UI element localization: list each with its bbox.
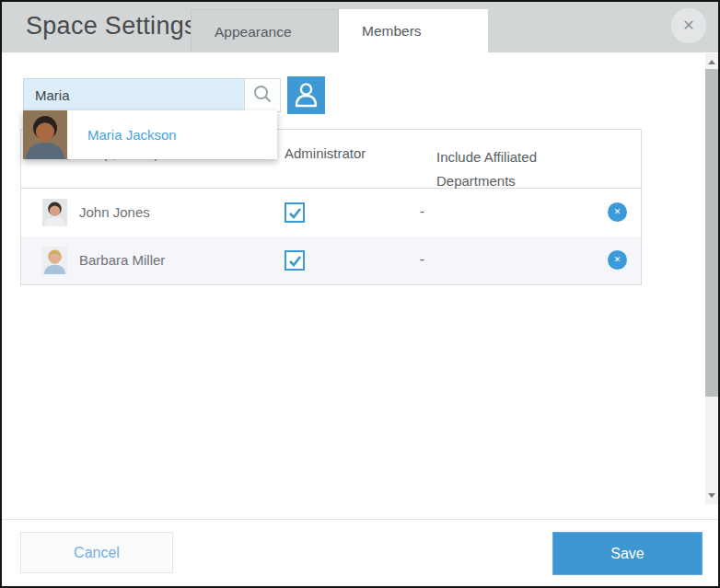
suggestion-name: Maria Jackson (87, 127, 177, 143)
member-name: Barbara Miller (79, 252, 165, 268)
save-button[interactable]: Save (552, 532, 703, 575)
column-administrator: Administrator (285, 145, 366, 161)
search-suggestion-item[interactable]: Maria Jackson (23, 110, 277, 159)
scroll-down-icon[interactable] (708, 493, 715, 498)
search-button[interactable] (244, 78, 281, 112)
member-search-input[interactable] (23, 78, 244, 112)
member-avatar (42, 199, 67, 226)
tab-members[interactable]: Members (339, 9, 488, 59)
table-row: John Jones - ✕ (21, 189, 641, 236)
vertical-scrollbar[interactable] (705, 53, 718, 504)
scrollbar-thumb[interactable] (705, 69, 718, 397)
dialog-footer: Cancel Save (2, 519, 718, 586)
tab-appearance[interactable]: Appearance (191, 9, 339, 52)
space-settings-dialog: Space Settings Appearance Members ✕ Mari… (0, 0, 720, 588)
remove-member-icon[interactable]: ✕ (608, 250, 627, 270)
member-rows: John Jones - ✕ Barbara Miller - ✕ (21, 189, 641, 284)
include-affiliated-value: - (420, 203, 424, 219)
member-name: John Jones (79, 204, 150, 220)
maria-jackson-avatar (23, 110, 67, 159)
dialog-header: Space Settings Appearance Members ✕ (2, 2, 718, 52)
close-icon[interactable]: ✕ (671, 8, 706, 43)
administrator-checkbox[interactable] (285, 202, 305, 223)
search-icon (252, 84, 273, 108)
member-avatar (42, 247, 67, 274)
person-icon (294, 81, 319, 110)
remove-member-icon[interactable]: ✕ (608, 202, 627, 222)
administrator-checkbox[interactable] (285, 250, 305, 271)
table-row: Barbara Miller - ✕ (21, 236, 641, 284)
include-affiliated-value: - (420, 251, 424, 267)
page-title: Space Settings (26, 12, 197, 40)
add-member-button[interactable] (287, 76, 325, 114)
column-include-affiliated: Include Affiliated Departments (436, 145, 565, 193)
cancel-button[interactable]: Cancel (20, 532, 173, 573)
scroll-up-icon[interactable] (708, 60, 715, 64)
